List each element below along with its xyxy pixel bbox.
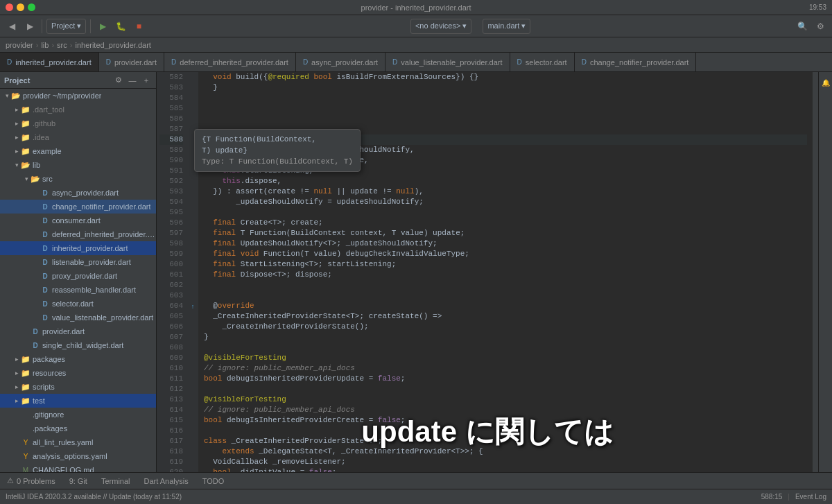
tree-item-lib[interactable]: ▾📂lib bbox=[0, 158, 156, 172]
tree-item-provider-root[interactable]: ▾📂provider ~/tmp/provider bbox=[0, 89, 156, 103]
tree-item-resources[interactable]: ▸📁resources bbox=[0, 366, 156, 380]
breadcrumb-lib[interactable]: lib bbox=[41, 41, 49, 49]
tree-item-example[interactable]: ▸📁example bbox=[0, 144, 156, 158]
tree-icon-listenable_provider: D bbox=[40, 257, 50, 267]
tree-label-gitignore: .gitignore bbox=[33, 410, 64, 419]
code-line-616 bbox=[204, 426, 807, 436]
panel-settings-icon[interactable]: ⚙ bbox=[113, 75, 124, 86]
tree-item-src[interactable]: ▾📂src bbox=[0, 172, 156, 186]
tree-icon-value_listenable_provider: D bbox=[40, 313, 50, 322]
toolbar-settings-btn[interactable]: ⚙ bbox=[813, 19, 828, 34]
toolbar-stop-btn[interactable]: ■ bbox=[131, 19, 146, 34]
project-tree[interactable]: ▾📂provider ~/tmp/provider▸📁.dart_tool▸📁.… bbox=[0, 89, 156, 472]
toolbar-run-btn[interactable]: ▶ bbox=[95, 19, 110, 34]
tree-item-reassemble_handler[interactable]: Dreassemble_handler.dart bbox=[0, 283, 156, 297]
breadcrumb-file[interactable]: inherited_provider.dart bbox=[75, 41, 150, 49]
editor-scrollbar[interactable] bbox=[813, 72, 818, 472]
tree-label-proxy_provider: proxy_provider.dart bbox=[52, 272, 117, 280]
panel-collapse-icon[interactable]: — bbox=[127, 75, 138, 86]
line-numbers: 5825835845855865875885895905915925935945… bbox=[157, 72, 187, 472]
breadcrumb-provider[interactable]: provider bbox=[6, 41, 33, 49]
line-num-589: 589 bbox=[159, 145, 183, 155]
tooltip-line-1: {T Function(BuildContext, bbox=[202, 134, 353, 145]
code-line-606: _CreateInheritedProviderState(); bbox=[204, 322, 807, 332]
maximize-button[interactable] bbox=[28, 3, 35, 11]
panel-expand-icon[interactable]: + bbox=[141, 75, 152, 86]
tooltip-line-3: Type: T Function(BuildContext, T) bbox=[202, 156, 353, 167]
no-devices-dropdown[interactable]: <no devices> ▾ bbox=[410, 19, 472, 34]
sidebar-notifications-btn[interactable]: 🔔 bbox=[818, 75, 833, 90]
tree-item-deferred_inherited_provider[interactable]: Ddeferred_inherited_provider.dart bbox=[0, 227, 156, 241]
status-event-log[interactable]: Event Log bbox=[795, 493, 826, 501]
tree-item-selector[interactable]: Dselector.dart bbox=[0, 297, 156, 311]
tree-item-gitignore[interactable]: .gitignore bbox=[0, 408, 156, 422]
toolbar-search-btn[interactable]: 🔍 bbox=[795, 19, 810, 34]
toolbar-back-btn[interactable]: ◀ bbox=[4, 19, 19, 34]
tree-item-inherited_provider[interactable]: Dinherited_provider.dart bbox=[0, 241, 156, 255]
code-line-583: } bbox=[204, 82, 807, 93]
tree-arrow-single_child_widget bbox=[22, 341, 31, 349]
line-num-601: 601 bbox=[159, 270, 183, 280]
tree-item-async_provider[interactable]: Dasync_provider.dart bbox=[0, 186, 156, 200]
status-dart-version[interactable]: IntelliJ IDEA 2020.3.2 available // Upda… bbox=[6, 493, 182, 501]
panel-title: Project bbox=[4, 76, 110, 85]
tree-item-value_listenable_provider[interactable]: Dvalue_listenable_provider.dart bbox=[0, 311, 156, 324]
tree-item-scripts[interactable]: ▸📁scripts bbox=[0, 380, 156, 394]
bottom-tab-problems[interactable]: ⚠ 0 Problems bbox=[0, 473, 62, 489]
tab-async-provider[interactable]: D async_provider.dart bbox=[296, 53, 385, 71]
tree-icon-packages_meta bbox=[21, 424, 31, 433]
bottom-panel: ⚠ 0 Problems 9: Git Terminal Dart Analys… bbox=[0, 472, 832, 489]
minimize-button[interactable] bbox=[17, 3, 24, 11]
tree-arrow-github: ▸ bbox=[12, 119, 21, 128]
gutter-582 bbox=[187, 72, 198, 82]
tree-item-packages[interactable]: ▸📁packages bbox=[0, 352, 156, 366]
tree-item-test[interactable]: ▸📁test bbox=[0, 394, 156, 408]
status-position[interactable]: 588:15 bbox=[761, 493, 783, 501]
tree-item-idea[interactable]: ▸📁.idea bbox=[0, 130, 156, 144]
tab-inherited-provider[interactable]: D inherited_provider.dart bbox=[0, 53, 99, 71]
toolbar-forward-btn[interactable]: ▶ bbox=[22, 19, 37, 34]
status-position-text: 588:15 bbox=[761, 493, 783, 501]
tab-value-listenable[interactable]: D value_listenable_provider.dart bbox=[385, 53, 510, 71]
line-num-619: 619 bbox=[159, 457, 183, 467]
code-line-618: extends _DelegateState<T, _CreateInherit… bbox=[204, 446, 807, 457]
tree-item-analysis_options[interactable]: Yanalysis_options.yaml bbox=[0, 449, 156, 463]
toolbar-debug-btn[interactable]: 🐛 bbox=[113, 19, 128, 34]
tree-item-provider_dart[interactable]: Dprovider.dart bbox=[0, 324, 156, 338]
branch-dropdown[interactable]: main.dart ▾ bbox=[483, 19, 530, 34]
line-num-596: 596 bbox=[159, 218, 183, 228]
bottom-tab-terminal[interactable]: Terminal bbox=[94, 473, 137, 489]
tab-change-notifier[interactable]: D change_notifier_provider.dart bbox=[575, 53, 697, 71]
bottom-tab-git[interactable]: 9: Git bbox=[62, 473, 94, 489]
line-num-585: 585 bbox=[159, 103, 183, 114]
tree-item-changelog[interactable]: MCHANGELOG.md bbox=[0, 463, 156, 472]
gutter-601 bbox=[187, 270, 198, 280]
line-num-607: 607 bbox=[159, 332, 183, 342]
window-title: provider - inherited_provider.dart bbox=[361, 3, 471, 12]
tab-deferred-inherited[interactable]: D deferred_inherited_provider.dart bbox=[164, 53, 296, 71]
breadcrumb-src[interactable]: src bbox=[57, 41, 67, 49]
tree-arrow-consumer bbox=[32, 216, 40, 225]
tree-item-packages_meta[interactable]: .packages bbox=[0, 422, 156, 435]
tree-item-all_lint_rules[interactable]: Yall_lint_rules.yaml bbox=[0, 435, 156, 449]
tree-item-consumer[interactable]: Dconsumer.dart bbox=[0, 214, 156, 227]
gutter-604: ↑ bbox=[187, 301, 198, 311]
tree-label-packages_meta: .packages bbox=[33, 424, 67, 433]
bottom-tab-dart-analysis[interactable]: Dart Analysis bbox=[137, 473, 196, 489]
close-button[interactable] bbox=[6, 3, 13, 11]
tree-item-github[interactable]: ▸📁.github bbox=[0, 116, 156, 130]
tree-item-proxy_provider[interactable]: Dproxy_provider.dart bbox=[0, 269, 156, 283]
event-log-label: Event Log bbox=[795, 493, 826, 501]
tree-item-change_notifier_provider[interactable]: Dchange_notifier_provider.dart bbox=[0, 200, 156, 214]
project-dropdown[interactable]: Project ▾ bbox=[46, 19, 86, 34]
tab-selector[interactable]: D selector.dart bbox=[510, 53, 575, 71]
tree-label-resources: resources bbox=[33, 369, 66, 377]
bottom-tab-todo[interactable]: TODO bbox=[196, 473, 232, 489]
problems-icon: ⚠ bbox=[7, 476, 14, 485]
tree-item-listenable_provider[interactable]: Dlistenable_provider.dart bbox=[0, 255, 156, 269]
tab-provider[interactable]: D provider.dart bbox=[99, 53, 164, 71]
tree-arrow-provider-root: ▾ bbox=[3, 92, 11, 100]
tree-item-dart_tool[interactable]: ▸📁.dart_tool bbox=[0, 103, 156, 116]
tree-item-single_child_widget[interactable]: Dsingle_child_widget.dart bbox=[0, 338, 156, 352]
line-num-598: 598 bbox=[159, 238, 183, 249]
